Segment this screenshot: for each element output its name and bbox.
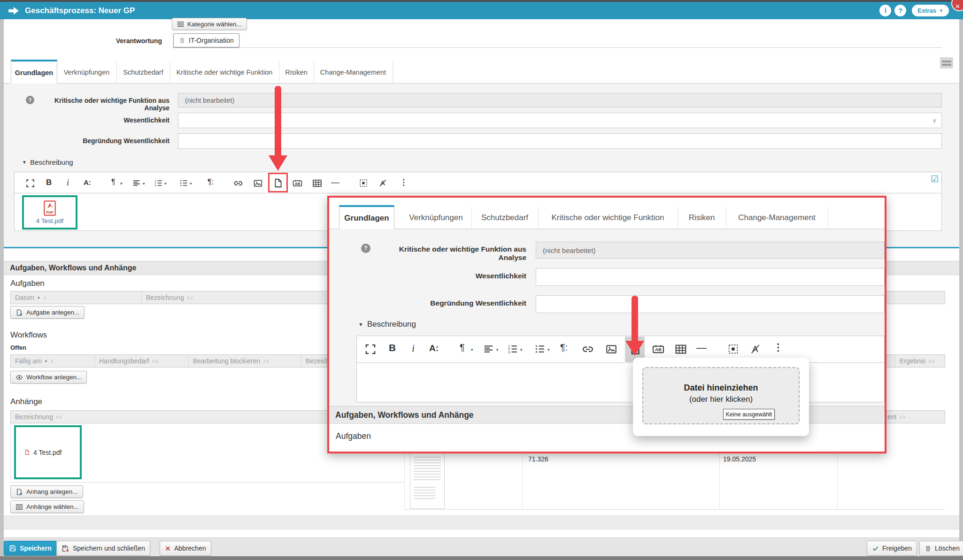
clear-format-icon[interactable] <box>378 178 388 188</box>
paragraph-style-icon[interactable]: ¶: <box>208 178 214 186</box>
chevron-down-icon[interactable]: ∨ <box>932 117 937 124</box>
loeschen-button[interactable]: Löschen <box>919 541 963 556</box>
column-header-bearbeitung-blockieren[interactable]: Bearbeitung blockieren ∧∨ <box>188 355 301 367</box>
link-icon[interactable] <box>582 343 594 355</box>
font-size-icon[interactable]: A: <box>429 343 439 353</box>
spellcheck-checkbox[interactable]: ☑ <box>931 175 939 184</box>
begruendung-field[interactable] <box>178 133 942 149</box>
align-icon[interactable] <box>132 178 141 188</box>
rows-icon <box>942 61 951 62</box>
paragraph-format-icon[interactable]: ¶ <box>460 342 465 353</box>
button-label: Anhänge wählen... <box>26 503 79 510</box>
beschreibung-toggle[interactable]: ▼ Beschreibung <box>358 320 416 329</box>
tab-kritische-funktion[interactable]: Kritische oder wichtige Funktion <box>170 61 279 83</box>
column-header-handlungsbedarf[interactable]: Handlungsbedarf ∧∨ <box>94 355 188 367</box>
section-title: Aufgaben, Workflows und Anhänge <box>335 410 474 420</box>
ordered-list-icon[interactable] <box>154 178 163 188</box>
align-icon[interactable] <box>483 343 494 355</box>
horizontal-rule-icon[interactable]: — <box>696 342 707 354</box>
anhaenge-waehlen-button[interactable]: Anhänge wählen... <box>10 500 84 513</box>
view-toggle-button[interactable] <box>940 57 953 69</box>
clear-format-icon[interactable] <box>750 343 762 355</box>
sort-icons: ∧∨ <box>152 359 158 364</box>
fullscreen-icon[interactable] <box>364 343 377 355</box>
bold-icon[interactable]: B <box>389 342 396 353</box>
speichern-schliessen-button[interactable]: Speichern und schließen <box>56 541 150 556</box>
bullet-list-icon[interactable] <box>534 343 546 355</box>
find-replace-icon[interactable] <box>652 343 664 355</box>
overlay-tab-schutzbedarf[interactable]: Schutzbedarf <box>471 207 539 229</box>
chevron-down-icon[interactable]: ▾ <box>471 348 473 352</box>
column-header-faellig-am[interactable]: Fällig am ▲∨ <box>11 355 94 367</box>
wesentlichkeit-select[interactable] <box>536 268 885 286</box>
tab-grundlagen[interactable]: Grundlagen <box>11 60 57 84</box>
chevron-down-icon: ▼ <box>939 8 943 13</box>
abbrechen-button[interactable]: Abbrechen <box>160 541 211 556</box>
special-char-icon[interactable] <box>727 343 739 355</box>
sort-icons: ∧∨ <box>262 359 269 364</box>
insert-image-icon[interactable] <box>605 343 617 355</box>
chevron-down-icon[interactable]: ▾ <box>164 182 167 186</box>
fullscreen-icon[interactable] <box>25 178 35 188</box>
attachment-item[interactable]: 4 Test.pdf <box>24 197 76 228</box>
collapse-triangle-icon: ▼ <box>22 160 27 165</box>
insert-table-icon[interactable] <box>312 178 322 188</box>
chevron-down-icon[interactable]: ▾ <box>143 182 145 186</box>
insert-image-icon[interactable] <box>253 178 263 188</box>
verantwortung-chip[interactable]: IT-Organisation <box>173 33 239 47</box>
verantwortung-value: IT-Organisation <box>189 37 234 44</box>
wesentlichkeit-select[interactable]: ∨ <box>178 113 942 128</box>
document-thumbnail[interactable] <box>410 453 445 509</box>
begruendung-field[interactable] <box>536 295 885 313</box>
field-help-icon[interactable]: ? <box>361 244 370 253</box>
button-label: Speichern und schließen <box>73 545 145 552</box>
special-char-icon[interactable] <box>359 178 368 188</box>
beschreibung-label: Beschreibung <box>367 320 416 329</box>
chevron-down-icon[interactable]: ▾ <box>190 182 192 186</box>
paragraph-format-icon[interactable]: ¶ <box>111 178 116 186</box>
aufgabe-anlegen-button[interactable]: Aufgabe anlegen... <box>10 306 85 319</box>
overlay-tab-risiken[interactable]: Risiken <box>678 207 726 229</box>
info-button[interactable]: i <box>879 5 891 16</box>
insert-table-icon[interactable] <box>675 343 687 355</box>
link-icon[interactable] <box>233 178 243 188</box>
file-dropzone[interactable]: Datei hineinziehen (oder hier klicken) <box>642 367 800 424</box>
more-options-icon[interactable]: ⋮ <box>400 177 408 187</box>
workflow-anlegen-button[interactable]: Workflow anlegen... <box>10 371 87 384</box>
beschreibung-toggle[interactable]: ▼ Beschreibung <box>22 158 73 166</box>
paragraph-style-icon[interactable]: ¶: <box>560 342 568 353</box>
horizontal-rule-icon[interactable]: — <box>331 177 339 187</box>
chevron-down-icon[interactable]: ▾ <box>496 348 499 352</box>
font-size-icon[interactable]: A: <box>84 178 91 186</box>
extras-button[interactable]: Extras ▼ <box>912 5 949 16</box>
kategorie-waehlen-button[interactable]: Kategorie wählen... <box>172 18 247 30</box>
anhang-cell[interactable]: 4 Test.pdf <box>16 427 80 477</box>
overlay-tab-grundlagen[interactable]: Grundlagen <box>339 205 394 229</box>
more-options-icon[interactable]: ⋮ <box>773 342 783 353</box>
tab-risiken[interactable]: Risiken <box>279 61 314 83</box>
speichern-button[interactable]: Speichern <box>4 541 57 556</box>
tab-change-management[interactable]: Change-Management <box>314 61 393 83</box>
find-replace-icon[interactable] <box>293 178 302 188</box>
italic-icon[interactable]: i <box>67 178 69 188</box>
bold-icon[interactable]: B <box>46 178 52 187</box>
tab-verknuepfungen[interactable]: Verknüpfungen <box>57 61 117 83</box>
column-header-ergebnis[interactable]: Ergebnis ∧∨ <box>895 355 945 367</box>
overlay-tab-verknuepfungen[interactable]: Verknüpfungen <box>401 207 472 229</box>
help-button[interactable]: ? <box>894 5 906 16</box>
chevron-down-icon[interactable]: ▾ <box>120 182 123 186</box>
column-label: Bezeichnung <box>146 294 184 301</box>
freigeben-button[interactable]: Freigeben <box>867 541 917 556</box>
tab-schutzbedarf[interactable]: Schutzbedarf <box>116 61 170 83</box>
column-header-datum[interactable]: Datum ▲∨ <box>11 292 141 304</box>
italic-icon[interactable]: i <box>412 342 415 354</box>
trash-icon[interactable] <box>179 37 185 44</box>
chevron-down-icon[interactable]: ▾ <box>520 348 523 352</box>
overlay-tab-kritische-funktion[interactable]: Kritische oder wichtige Funktion <box>538 207 678 229</box>
overlay-tab-change-management[interactable]: Change-Management <box>726 207 828 229</box>
ordered-list-icon[interactable] <box>507 343 518 355</box>
file-select-button[interactable]: Keine ausgewählt <box>723 409 775 420</box>
anhang-anlegen-button[interactable]: Anhang anlegen... <box>10 485 83 498</box>
bullet-list-icon[interactable] <box>179 178 188 188</box>
chevron-down-icon[interactable]: ▾ <box>547 348 550 352</box>
